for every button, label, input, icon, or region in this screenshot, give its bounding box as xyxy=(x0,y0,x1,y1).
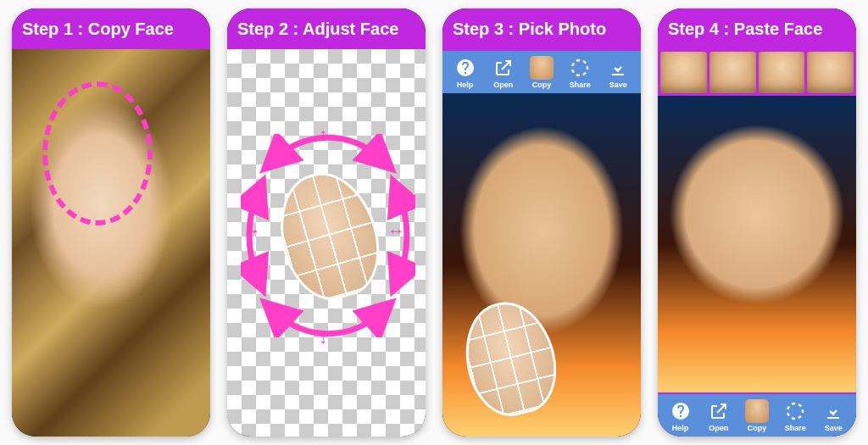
result-photo xyxy=(658,96,856,392)
step-4-title: Step 4 : Paste Face xyxy=(668,19,822,39)
face-thumbnail-strip xyxy=(658,49,856,96)
copy-button[interactable]: Copy xyxy=(742,398,772,434)
step-2-panel: Step 2 : Adjust Face xyxy=(227,8,426,437)
save-button[interactable]: Save xyxy=(818,398,849,434)
open-icon xyxy=(492,56,515,80)
face-thumb-2[interactable] xyxy=(709,52,756,93)
share-label: Share xyxy=(785,424,806,432)
face-thumb-1[interactable] xyxy=(660,52,707,93)
step-3-title: Step 3 : Pick Photo xyxy=(453,19,606,39)
screenshot-row: Step 1 : Copy Face Step 2 : Adjust Face xyxy=(12,8,856,437)
resize-handle-s[interactable]: ↕ xyxy=(319,329,327,346)
step-1-banner: Step 1 : Copy Face xyxy=(12,8,210,49)
step-3-body: Help Open Copy Share xyxy=(442,49,641,437)
copy-button[interactable]: Copy xyxy=(526,54,557,91)
resize-handle-n[interactable]: ↕ xyxy=(319,125,327,142)
open-label: Open xyxy=(493,81,513,89)
open-label: Open xyxy=(709,424,728,432)
face-thumb-4[interactable] xyxy=(807,52,854,93)
resize-handle-e[interactable]: ↕ xyxy=(389,227,406,236)
step-2-body: ↕ ↕ ↕ ↕ xyxy=(227,49,426,437)
step-2-title: Step 2 : Adjust Face xyxy=(237,19,398,39)
resize-handle-w[interactable]: ↕ xyxy=(245,227,262,236)
help-icon xyxy=(669,399,693,423)
step-3-banner: Step 3 : Pick Photo xyxy=(442,8,641,49)
step-2-banner: Step 2 : Adjust Face xyxy=(227,8,426,49)
step-3-panel: Step 3 : Pick Photo Help Open xyxy=(442,8,641,437)
step-4-banner: Step 4 : Paste Face xyxy=(658,8,856,49)
save-button[interactable]: Save xyxy=(603,54,633,91)
share-label: Share xyxy=(570,81,591,89)
step-1-body xyxy=(12,49,210,437)
editor-toolbar-bottom: Help Open Copy Share xyxy=(658,392,856,437)
face-selection-oval[interactable] xyxy=(42,81,153,225)
help-icon xyxy=(453,56,477,80)
step-1-title: Step 1 : Copy Face xyxy=(22,19,174,39)
save-label: Save xyxy=(609,81,627,89)
open-button[interactable]: Open xyxy=(704,398,734,434)
share-button[interactable]: Share xyxy=(565,54,595,91)
step-4-panel: Step 4 : Paste Face Help xyxy=(658,8,856,437)
download-icon xyxy=(606,56,630,80)
share-icon xyxy=(783,399,807,423)
save-label: Save xyxy=(825,424,843,432)
step-1-panel: Step 1 : Copy Face xyxy=(12,8,210,437)
face-thumb-3[interactable] xyxy=(759,52,805,93)
help-button[interactable]: Help xyxy=(665,398,696,434)
help-button[interactable]: Help xyxy=(450,54,481,91)
help-label: Help xyxy=(457,81,474,89)
share-icon xyxy=(568,56,592,80)
step-4-body: Help Open Copy Share xyxy=(658,49,856,437)
copy-label: Copy xyxy=(748,424,767,432)
open-button[interactable]: Open xyxy=(488,54,519,91)
download-icon xyxy=(821,399,845,423)
share-button[interactable]: Share xyxy=(780,398,810,434)
open-icon xyxy=(707,399,731,423)
face-thumb-icon xyxy=(530,56,554,80)
editor-toolbar-top: Help Open Copy Share xyxy=(442,49,641,93)
face-thumb-icon xyxy=(745,399,769,423)
help-label: Help xyxy=(672,424,689,432)
copy-label: Copy xyxy=(532,81,552,89)
